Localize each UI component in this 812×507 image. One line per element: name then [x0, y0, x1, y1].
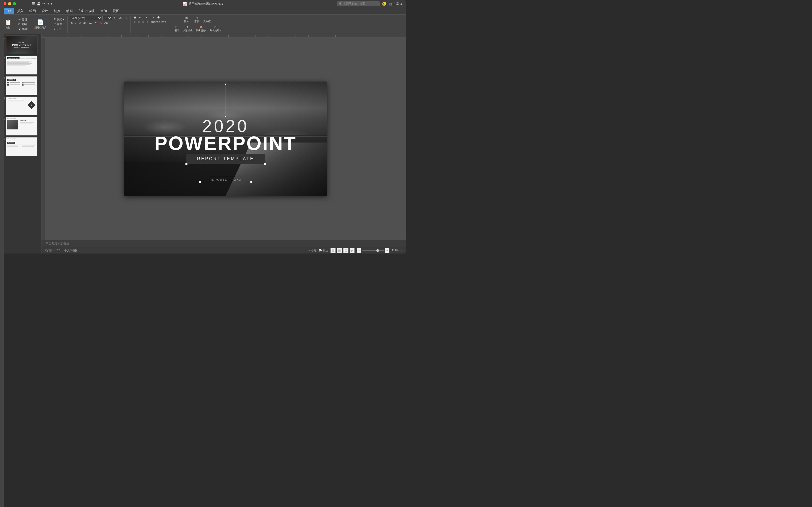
redo-button[interactable]: ↪: [47, 2, 49, 6]
section-label: 节 ▾: [56, 27, 61, 31]
tab-draw[interactable]: 绘图: [27, 8, 39, 14]
tab-view[interactable]: 视图: [110, 8, 122, 14]
font-family-select[interactable]: 等线 (正文): [70, 16, 102, 20]
font-color-button[interactable]: A: [99, 21, 103, 24]
slide-thumb-4[interactable]: ADD TITLE HERE 1: [6, 97, 38, 115]
tab-review[interactable]: 审阅: [98, 8, 110, 14]
cut-button[interactable]: ✂ 剪切: [17, 17, 28, 22]
customize-button[interactable]: ▾: [51, 2, 52, 6]
picture-button[interactable]: 🖼 图片: [182, 16, 191, 24]
copy-label: 复制: [21, 22, 27, 26]
notes-bar[interactable]: 单击此处添加备注: [42, 240, 406, 247]
share-button[interactable]: 👥 共享 ▲: [389, 2, 403, 6]
tab-slideshow[interactable]: 幻灯片放映: [76, 8, 97, 14]
zoom-in-button[interactable]: +: [385, 248, 389, 253]
shape-outline-button[interactable]: ◻ 形状轮廓▾: [208, 25, 222, 33]
tab-home[interactable]: 开始: [2, 8, 14, 14]
slide-sorter-button[interactable]: ⊞: [337, 248, 342, 253]
slide-powerpoint-text[interactable]: POWERPOINT: [124, 132, 327, 154]
zoom-slider[interactable]: [362, 250, 384, 251]
shapes-label: 形状: [194, 20, 199, 23]
columns-button[interactable]: ⦿: [156, 16, 161, 19]
new-slide-button[interactable]: 📄 新建幻灯片: [33, 18, 48, 30]
shape-outline-icon: ◻: [214, 26, 216, 29]
font-size-inc2-button[interactable]: Aa: [104, 21, 109, 24]
search-box[interactable]: 🔍 在演示文稿中搜索: [337, 1, 380, 6]
decrease-font-button[interactable]: A↓: [118, 16, 123, 20]
slide-thumb-1[interactable]: 2020 POWERPOINT REPORT TEMPLATE: [6, 36, 38, 54]
fit-button[interactable]: ⤢: [401, 249, 403, 252]
save-button[interactable]: 💾: [37, 2, 41, 6]
align-center-button[interactable]: ≡: [137, 20, 141, 23]
new-slide-group-top: 📄 新建幻灯片: [33, 16, 48, 33]
minimize-button[interactable]: [8, 2, 11, 5]
subscript-button[interactable]: X₂: [88, 21, 93, 24]
sidebar-toggle-button[interactable]: ☰: [32, 2, 35, 6]
copy-icon: ⧉: [18, 23, 20, 26]
textbox-button[interactable]: T 文本框: [202, 16, 212, 24]
zoom-out-button[interactable]: −: [357, 248, 361, 253]
slide-report-template[interactable]: REPORT TEMPLATE: [186, 154, 265, 164]
main-slide-canvas[interactable]: 2020 POWERPOINT REPORT TEMPLATE: [124, 81, 327, 196]
paste-button[interactable]: 📋 粘贴: [3, 18, 13, 30]
section-button[interactable]: § 节 ▾: [52, 27, 65, 31]
copy-button[interactable]: ⧉ 复制: [17, 22, 28, 26]
notes-button[interactable]: ≡ 备注: [309, 249, 317, 252]
increase-indent-button[interactable]: →≡: [142, 16, 148, 19]
layout-button[interactable]: ≣ 版式 ▾: [52, 17, 65, 22]
superscript-button[interactable]: X²: [93, 21, 99, 24]
normal-view-button[interactable]: ⊞: [330, 248, 336, 253]
slide-reporter-text[interactable]: REPORTER : XXX: [209, 177, 242, 181]
clear-format-button[interactable]: ✦: [124, 16, 128, 20]
comments-button[interactable]: 💬 批注: [319, 249, 328, 252]
tab-transitions[interactable]: 切换: [51, 8, 63, 14]
quick-styles-button[interactable]: ✦ 快速样式: [182, 25, 194, 33]
bullets-button[interactable]: ☰: [133, 16, 137, 19]
slide-thumb-6[interactable]: ADD TITLE HERE TITLE HERE: [6, 137, 38, 156]
format-group-top: ≣ 版式 ▾ ↺ 重置 § 节 ▾: [52, 16, 65, 33]
zoom-level[interactable]: 111%: [391, 249, 398, 252]
italic-button[interactable]: I: [74, 21, 77, 24]
format-painter-label: 格式: [22, 27, 27, 31]
increase-font-button[interactable]: A↑: [113, 16, 118, 20]
format-group: ≣ 版式 ▾ ↺ 重置 § 节 ▾: [51, 16, 68, 33]
shape-fill-button[interactable]: 🎨 形状填充▾: [194, 25, 208, 33]
format-painter-button[interactable]: 🖌 格式: [17, 27, 28, 31]
decrease-indent-button[interactable]: ←≡: [149, 16, 155, 19]
reading-view-button[interactable]: ⊡: [343, 248, 349, 253]
notes-placeholder: 单击此处添加备注: [46, 242, 69, 245]
powerpoint-display: POWERPOINT: [154, 133, 297, 154]
font-controls: 等线 (正文) 18 A↑ A↓ ✦ B I U ab X: [70, 16, 128, 24]
slide-thumb-row-3: 3 ★ CONTENT 1: [1, 76, 40, 95]
title-bar-right: 🔍 在演示文稿中搜索 🙂 👥 共享 ▲: [337, 1, 403, 6]
ribbon-tabs: 开始 插入 绘图 设计 切换 动画 幻灯片放映 审阅 视图: [0, 7, 406, 14]
slide-thumb-3[interactable]: CONTENT 1 2: [6, 76, 38, 95]
arrange-button[interactable]: ⬚ 排列: [171, 25, 181, 33]
undo-button[interactable]: ↩: [42, 2, 45, 6]
tab-design[interactable]: 设计: [39, 8, 51, 14]
canvas-scroll[interactable]: 2020 POWERPOINT REPORT TEMPLATE: [45, 38, 406, 240]
slide-thumb-5[interactable]: ADD TITLE HERE TITLE HERE: [6, 117, 38, 135]
tab-animations[interactable]: 动画: [64, 8, 75, 14]
maximize-button[interactable]: [13, 2, 16, 5]
align-left-button[interactable]: ≡: [133, 20, 137, 23]
numbering-button[interactable]: ≡: [138, 16, 142, 19]
slideshow-button[interactable]: ▶: [350, 248, 355, 253]
thumb-1-subtitle: REPORT TEMPLATE: [13, 46, 30, 48]
reset-button[interactable]: ↺ 重置: [52, 22, 65, 26]
align-justify-button[interactable]: ≡: [146, 20, 149, 23]
clipboard-group-top: ✂ 剪切 ⧉ 复制 🖌 格式: [17, 16, 28, 33]
smartart-button[interactable]: 转换为SmartArt: [150, 20, 167, 23]
slide-thumb-2[interactable]: INTRODUCTION REPORT TEMPLATE: [6, 56, 38, 74]
font-size-select[interactable]: 18: [102, 16, 112, 20]
thumb-2-content: INTRODUCTION REPORT TEMPLATE: [6, 56, 37, 74]
shapes-button[interactable]: ◻ 形状: [192, 16, 201, 24]
bold-button[interactable]: B: [70, 21, 74, 24]
underline-button[interactable]: U: [78, 21, 82, 24]
align-right-button[interactable]: ≡: [141, 20, 145, 23]
slide-thumb-row-2: 2 ★ INTRODUCTION REPORT TEMPLATE: [1, 56, 40, 74]
strikethrough-button[interactable]: ab: [82, 21, 87, 24]
line-spacing-button[interactable]: ↕: [162, 16, 165, 19]
tab-insert[interactable]: 插入: [14, 8, 26, 14]
thumb-5-content: ADD TITLE HERE TITLE HERE: [6, 117, 37, 135]
